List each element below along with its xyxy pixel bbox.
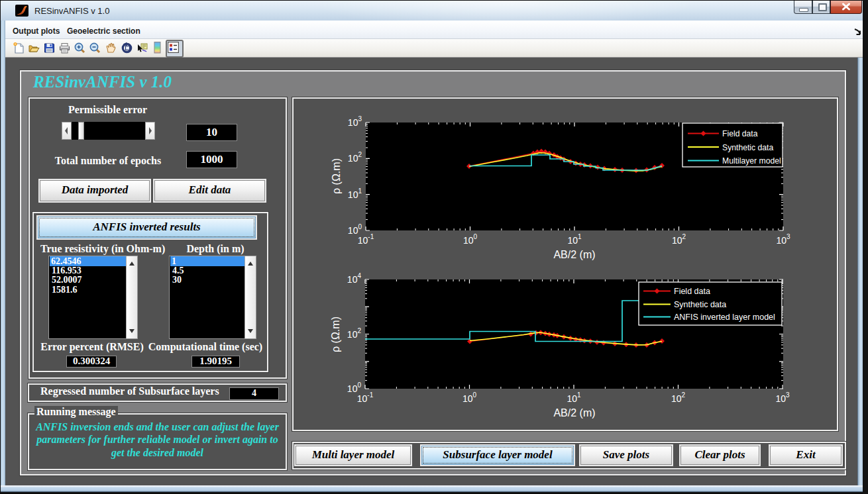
svg-text:ANFIS inverted layer model: ANFIS inverted layer model (674, 313, 775, 322)
svg-text:103: 103 (776, 233, 790, 246)
svg-text:103: 103 (348, 115, 362, 128)
svg-text:100: 100 (463, 233, 478, 246)
svg-text:101: 101 (567, 233, 582, 246)
svg-text:100: 100 (347, 381, 362, 394)
svg-text:Field data: Field data (674, 287, 710, 296)
svg-text:10-1: 10-1 (358, 233, 374, 246)
svg-text:102: 102 (671, 391, 686, 404)
svg-text:AB/2 (m): AB/2 (m) (553, 249, 595, 260)
svg-text:104: 104 (347, 272, 362, 285)
svg-text:Field data: Field data (722, 129, 758, 138)
svg-text:103: 103 (775, 391, 790, 404)
svg-text:100: 100 (348, 223, 362, 236)
svg-text:102: 102 (347, 327, 362, 340)
svg-text:ρ (Ω.m): ρ (Ω.m) (330, 317, 341, 352)
svg-text:Synthetic data: Synthetic data (674, 300, 726, 309)
svg-text:101: 101 (348, 187, 362, 200)
svg-text:100: 100 (462, 391, 477, 404)
svg-text:10-1: 10-1 (357, 391, 374, 404)
svg-text:Multilayer model: Multilayer model (722, 156, 781, 166)
svg-text:101: 101 (567, 391, 581, 404)
svg-text:AB/2 (m): AB/2 (m) (553, 407, 595, 419)
svg-text:ρ (Ω.m): ρ (Ω.m) (331, 158, 342, 194)
svg-text:102: 102 (672, 233, 686, 246)
svg-text:102: 102 (348, 151, 362, 164)
svg-text:Synthetic data: Synthetic data (722, 143, 773, 152)
